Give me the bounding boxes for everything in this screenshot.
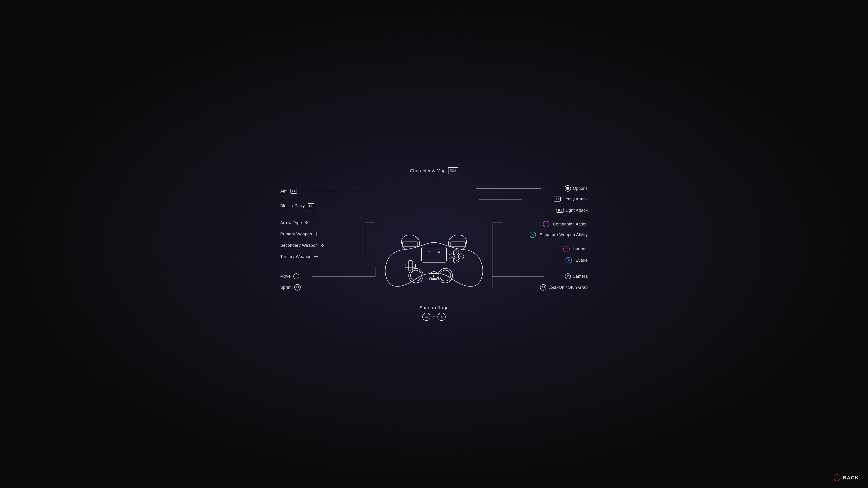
- evade-label: ✕ Evade: [565, 257, 588, 263]
- circle-button-icon: ○: [563, 246, 569, 252]
- secondary-weapon-label: Secondary Weapon ✛: [280, 242, 324, 248]
- svg-rect-6: [405, 264, 415, 268]
- camera-label: R Camera: [563, 273, 588, 279]
- aim-text: Aim: [280, 189, 288, 194]
- secondary-weapon-dpad: ✛: [320, 242, 324, 248]
- block-parry-label: Block / Parry L1: [280, 203, 314, 208]
- sprint-label: Sprint L3: [280, 284, 301, 291]
- svg-rect-5: [409, 260, 412, 271]
- block-parry-connector: [333, 206, 374, 206]
- svg-point-25: [438, 278, 439, 280]
- arrow-type-label: Arrow Type ✛: [280, 220, 309, 225]
- character-map-label: Character & Map: [410, 168, 446, 173]
- move-connector: [312, 276, 375, 276]
- spartan-rage-area: Spartan Rage L3 + R3: [419, 305, 448, 321]
- back-circle-icon: ○: [834, 475, 840, 481]
- svg-point-13: [438, 268, 453, 283]
- svg-rect-3: [450, 242, 466, 247]
- move-text: Move: [280, 274, 291, 279]
- light-attack-label: R1 Light Attack: [555, 208, 588, 213]
- move-badge: L: [293, 273, 299, 279]
- top-connector-v: [434, 176, 434, 194]
- cross-button-icon: ✕: [565, 257, 572, 263]
- svg-point-23: [433, 278, 435, 280]
- options-text: Options: [573, 186, 588, 191]
- tertiary-weapon-label: Tertiary Weapon ✛: [280, 254, 318, 259]
- tertiary-weapon-dpad: ✛: [314, 254, 318, 259]
- svg-text:○: ○: [460, 255, 462, 258]
- controller-svg: △ ○ □ ✕ ⏵: [375, 209, 493, 293]
- svg-rect-1: [402, 242, 418, 247]
- secondary-weapon-text: Secondary Weapon: [280, 243, 318, 248]
- camera-badge: R: [565, 273, 571, 279]
- back-button[interactable]: ○ BACK: [834, 475, 859, 481]
- block-parry-badge: L1: [308, 203, 314, 208]
- aim-badge: L2: [290, 189, 297, 194]
- options-connector: [476, 188, 541, 189]
- block-parry-text: Block / Parry: [280, 203, 305, 208]
- companion-action-text: Companion Action: [553, 222, 588, 227]
- spartan-rage-l3: L3: [423, 313, 431, 321]
- svg-text:⏵: ⏵: [432, 274, 436, 278]
- right-lockon-h: [492, 287, 502, 287]
- svg-text:□: □: [451, 255, 453, 258]
- camera-text: Camera: [572, 274, 588, 279]
- dpad-group-bracket-h4: [365, 260, 374, 260]
- dpad-group-bracket: [365, 223, 365, 260]
- lock-on-badge: R3: [540, 284, 546, 291]
- primary-weapon-text: Primary Weapon: [280, 232, 312, 236]
- spartan-rage-plus: +: [433, 315, 435, 319]
- options-icon: [565, 185, 571, 192]
- interact-label: ○ Interact: [563, 246, 588, 252]
- page: Character & Map ⌨: [0, 0, 868, 488]
- heavy-attack-connector: [479, 199, 522, 200]
- svg-text:✕: ✕: [455, 259, 458, 262]
- heavy-attack-badge: R2: [554, 197, 561, 201]
- svg-point-21: [429, 278, 430, 280]
- lock-on-label: R3 Lock-On / Stun Grab: [539, 284, 588, 291]
- face-btn-bracket-h4: [493, 269, 502, 269]
- sprint-badge: L3: [294, 284, 301, 291]
- arrow-type-dpad: ✛: [305, 220, 309, 225]
- lock-on-text: Lock-On / Stun Grab: [548, 285, 588, 290]
- spartan-rage-title: Spartan Rage: [419, 305, 448, 311]
- primary-weapon-dpad: ✛: [315, 231, 319, 237]
- top-label: Character & Map ⌨: [410, 167, 458, 174]
- move-label: Move L: [280, 273, 299, 279]
- triangle-button-icon: △: [530, 232, 536, 238]
- svg-point-12: [410, 270, 421, 281]
- companion-action-label: □ Companion Action: [543, 221, 588, 227]
- sprint-text: Sprint: [280, 285, 291, 290]
- keyboard-icon: ⌨: [448, 167, 458, 174]
- spartan-rage-combo: L3 + R3: [423, 313, 446, 321]
- interact-text: Interact: [573, 247, 588, 252]
- diagram-container: Character & Map ⌨: [276, 165, 592, 323]
- options-label: Options: [565, 185, 588, 192]
- primary-weapon-label: Primary Weapon ✛: [280, 231, 319, 237]
- svg-rect-4: [422, 247, 446, 262]
- light-attack-badge: R1: [557, 208, 563, 213]
- svg-point-14: [440, 270, 451, 281]
- light-attack-text: Light Attack: [565, 208, 588, 213]
- heavy-attack-text: Heavy Attack: [563, 197, 588, 201]
- right-camera-h: [492, 276, 502, 276]
- square-button-icon: □: [543, 221, 549, 227]
- aim-label: Aim L2: [280, 189, 297, 194]
- back-text: BACK: [843, 475, 859, 481]
- evade-text: Evade: [576, 258, 588, 263]
- signature-weapon-label: △ Signature Weapon Ability: [530, 232, 588, 238]
- light-attack-connector: [486, 211, 528, 211]
- spartan-rage-r3: R3: [437, 313, 445, 321]
- arrow-type-text: Arrow Type: [280, 221, 302, 225]
- tertiary-weapon-text: Tertiary Weapon: [280, 254, 311, 259]
- svg-text:△: △: [455, 251, 457, 254]
- signature-weapon-text: Signature Weapon Ability: [539, 232, 588, 237]
- heavy-attack-label: R2 Heavy Attack: [554, 197, 588, 201]
- controller-image: △ ○ □ ✕ ⏵: [375, 209, 493, 295]
- camera-connector: [500, 276, 544, 276]
